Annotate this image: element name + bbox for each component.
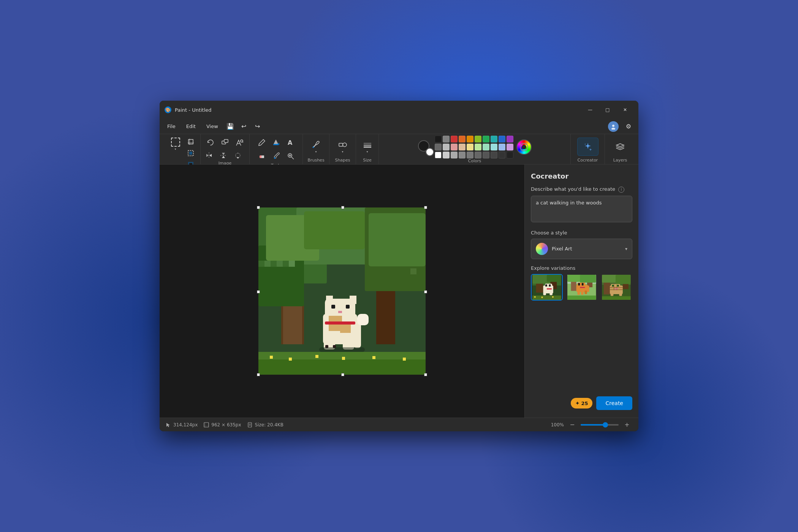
zoom-slider[interactable]	[581, 424, 619, 426]
selection-button[interactable]: ▾	[167, 136, 184, 152]
save-button[interactable]: 💾	[224, 120, 236, 133]
pixel-art-canvas[interactable]	[258, 207, 426, 375]
selection-handle-bl[interactable]	[257, 373, 260, 376]
brushes-tools: ▾	[309, 136, 323, 158]
color-swatch-lavender[interactable]	[507, 144, 513, 150]
eyedropper-button[interactable]	[269, 149, 283, 163]
color-swatch-c5[interactable]	[475, 152, 481, 158]
color-picker-button[interactable]	[516, 139, 532, 155]
color-swatch-black[interactable]	[435, 136, 442, 142]
crop-button[interactable]	[185, 136, 196, 147]
zoom-tool-button[interactable]	[284, 149, 298, 163]
selection-handle-bm[interactable]	[341, 373, 344, 376]
color-swatch-lime[interactable]	[475, 136, 481, 142]
zoom-in-button[interactable]: +	[622, 420, 632, 430]
lasso-select-button[interactable]	[233, 150, 243, 161]
rotate-button[interactable]	[204, 136, 217, 149]
svg-rect-15	[224, 139, 228, 142]
colors-label: Colors	[468, 158, 481, 165]
ribbon-brushes-section: ▾ Brushes	[303, 134, 329, 164]
color-swatch-orange[interactable]	[459, 136, 466, 142]
canvas-area[interactable]	[160, 165, 524, 418]
color-swatch-blue[interactable]	[499, 136, 505, 142]
minimize-button[interactable]: —	[581, 104, 599, 116]
color-swatch-dgray[interactable]	[435, 144, 442, 150]
prompt-info-icon[interactable]: i	[618, 187, 624, 193]
undo-icon: ↩	[241, 123, 246, 130]
color-swatch-green[interactable]	[483, 136, 489, 142]
text-button[interactable]: A	[284, 136, 298, 149]
magic-select-button[interactable]	[233, 136, 246, 149]
eraser-button[interactable]	[255, 149, 269, 163]
color-swatch-c3[interactable]	[459, 152, 466, 158]
color-swatch-peach[interactable]	[459, 144, 466, 150]
cocreator-panel: Cocreator Describe what you'd like to cr…	[524, 165, 638, 418]
settings-button[interactable]: ⚙	[622, 120, 635, 133]
app-icon: 🎨	[164, 106, 172, 114]
brushes-button[interactable]: ▾	[309, 140, 323, 154]
color-swatch-purple[interactable]	[507, 136, 513, 142]
color-swatch-c8[interactable]	[499, 152, 505, 158]
selection-handle-tm[interactable]	[341, 206, 344, 209]
layers-tool	[611, 136, 629, 158]
canvas-size: 962 × 635px	[211, 422, 241, 428]
maximize-button[interactable]: □	[599, 104, 616, 116]
resize-button[interactable]	[218, 136, 232, 149]
variation-1[interactable]	[531, 274, 563, 301]
credits-badge[interactable]: ✦ 25	[571, 398, 593, 408]
selection-handle-tl[interactable]	[257, 206, 260, 209]
color-swatch-c2[interactable]	[451, 152, 458, 158]
fill-button[interactable]	[269, 136, 283, 149]
color-swatch-c9[interactable]	[507, 152, 513, 158]
color-swatch-lgray[interactable]	[443, 144, 450, 150]
background-color[interactable]	[426, 148, 434, 156]
menu-file[interactable]: File	[163, 122, 180, 131]
color-swatch-sky[interactable]	[491, 144, 497, 150]
redo-button[interactable]: ↪	[252, 120, 264, 133]
menu-edit[interactable]: Edit	[182, 122, 200, 131]
color-swatch-gray[interactable]	[443, 136, 450, 142]
flip-v-button[interactable]	[218, 150, 229, 161]
flip-h-button[interactable]	[204, 150, 214, 161]
color-swatch-teal[interactable]	[491, 136, 497, 142]
color-swatch-yellow[interactable]	[467, 136, 473, 142]
menu-view[interactable]: View	[202, 122, 223, 131]
style-dropdown[interactable]: Pixel Art ▾	[531, 239, 632, 259]
layers-button[interactable]	[611, 138, 629, 156]
svg-rect-77	[264, 261, 271, 267]
shapes-button[interactable]: ▾	[336, 140, 350, 154]
svg-rect-27	[261, 155, 264, 158]
selection-handle-br[interactable]	[424, 373, 427, 376]
color-swatch-c6[interactable]	[483, 152, 489, 158]
color-selector[interactable]	[418, 140, 432, 154]
account-button[interactable]	[606, 120, 620, 133]
color-swatch-c4[interactable]	[467, 152, 473, 158]
color-swatch-red[interactable]	[451, 136, 458, 142]
pencil-button[interactable]	[255, 136, 269, 149]
color-swatch-white[interactable]	[435, 152, 442, 158]
prompt-input[interactable]: a cat walking in the woods	[531, 196, 632, 222]
select-all-button[interactable]	[185, 148, 196, 158]
image-tools-col3	[233, 136, 246, 161]
selection-handle-ml[interactable]	[257, 290, 260, 293]
color-swatch-pink[interactable]	[451, 144, 458, 150]
selection-handle-tr[interactable]	[424, 206, 427, 209]
selection-handle-mr[interactable]	[424, 290, 427, 293]
undo-button[interactable]: ↩	[238, 120, 250, 133]
size-button[interactable]: ▾	[361, 140, 374, 154]
zoom-out-button[interactable]: −	[567, 420, 578, 430]
variation-3[interactable]	[600, 274, 632, 301]
create-button[interactable]: Create	[596, 396, 632, 410]
zoom-slider-thumb[interactable]	[603, 422, 608, 428]
close-button[interactable]: ✕	[616, 104, 634, 116]
color-swatch-lemon[interactable]	[467, 144, 473, 150]
variation-2[interactable]	[566, 274, 598, 301]
svg-point-28	[274, 157, 276, 159]
cocreator-ribbon-button[interactable]	[577, 138, 598, 156]
color-swatch-c7[interactable]	[491, 152, 497, 158]
color-swatch-c1[interactable]	[443, 152, 450, 158]
size-chevron-icon: ▾	[366, 150, 368, 154]
color-swatch-lblue[interactable]	[499, 144, 505, 150]
color-swatch-mint[interactable]	[475, 144, 481, 150]
color-swatch-seafoam[interactable]	[483, 144, 489, 150]
